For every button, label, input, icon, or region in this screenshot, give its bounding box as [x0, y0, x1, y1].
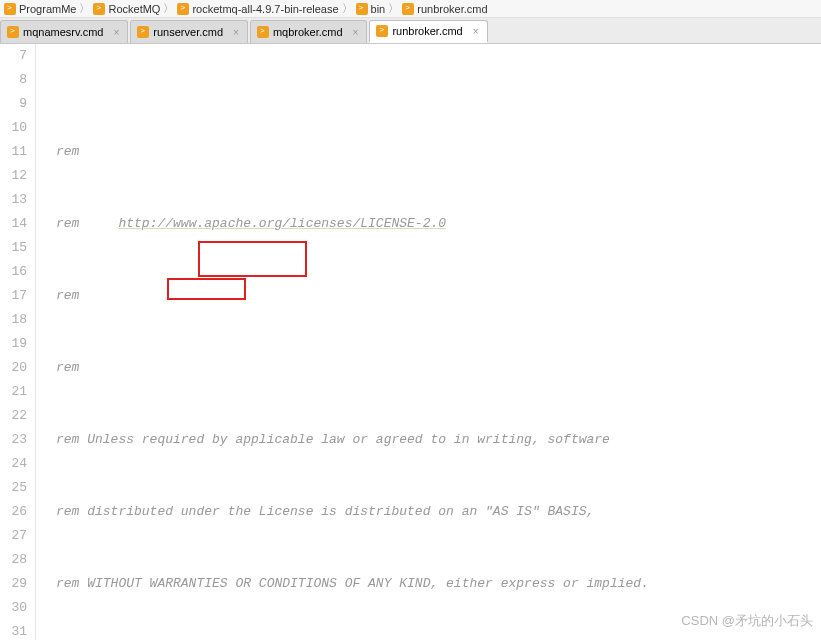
chevron-right-icon: 〉 — [388, 1, 399, 16]
folder-icon — [4, 3, 16, 15]
chevron-right-icon: 〉 — [163, 1, 174, 16]
close-icon[interactable]: × — [473, 26, 479, 37]
breadcrumb-item[interactable]: bin — [356, 3, 386, 15]
close-icon[interactable]: × — [233, 27, 239, 38]
tab-runbroker[interactable]: runbroker.cmd× — [369, 20, 487, 43]
breadcrumb: ProgramMe 〉 RocketMQ 〉 rocketmq-all-4.9.… — [0, 0, 821, 18]
tab-runserver[interactable]: runserver.cmd× — [130, 20, 248, 43]
line-gutter: 7 8 9 10 11 12 13 14 15 16 17 18 19 20 2… — [0, 44, 36, 640]
breadcrumb-item[interactable]: ProgramMe — [4, 3, 76, 15]
cmd-file-icon — [137, 26, 149, 38]
editor-area[interactable]: 7 8 9 10 11 12 13 14 15 16 17 18 19 20 2… — [0, 44, 821, 640]
cmd-file-icon — [7, 26, 19, 38]
breadcrumb-item[interactable]: RocketMQ — [93, 3, 160, 15]
tab-mqbroker[interactable]: mqbroker.cmd× — [250, 20, 368, 43]
folder-icon — [356, 3, 368, 15]
breadcrumb-item[interactable]: runbroker.cmd — [402, 3, 487, 15]
cmd-file-icon — [376, 25, 388, 37]
folder-icon — [93, 3, 105, 15]
cmd-file-icon — [402, 3, 414, 15]
breadcrumb-item[interactable]: rocketmq-all-4.9.7-bin-release — [177, 3, 338, 15]
code-content[interactable]: rem rem http://www.apache.org/licenses/L… — [36, 44, 821, 640]
chevron-right-icon: 〉 — [79, 1, 90, 16]
close-icon[interactable]: × — [113, 27, 119, 38]
tab-mqnamesrv[interactable]: mqnamesrv.cmd× — [0, 20, 128, 43]
close-icon[interactable]: × — [353, 27, 359, 38]
cmd-file-icon — [257, 26, 269, 38]
folder-icon — [177, 3, 189, 15]
editor-tabs: mqnamesrv.cmd× runserver.cmd× mqbroker.c… — [0, 18, 821, 44]
highlight-box-1 — [198, 241, 307, 277]
chevron-right-icon: 〉 — [342, 1, 353, 16]
watermark: CSDN @矛坑的小石头 — [681, 612, 813, 630]
